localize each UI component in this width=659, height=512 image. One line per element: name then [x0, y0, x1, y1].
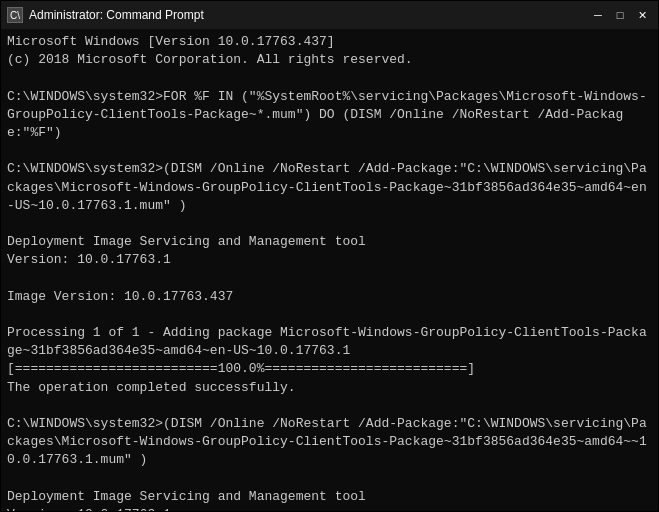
app-icon: C\: [7, 7, 23, 23]
maximize-button[interactable]: □: [610, 6, 630, 24]
title-bar: C\ Administrator: Command Prompt ─ □ ✕: [1, 1, 658, 29]
console-output: Microsoft Windows [Version 10.0.17763.43…: [1, 29, 658, 511]
command-prompt-window: C\ Administrator: Command Prompt ─ □ ✕ M…: [0, 0, 659, 512]
title-bar-left: C\ Administrator: Command Prompt: [7, 7, 204, 23]
close-button[interactable]: ✕: [632, 6, 652, 24]
window-title: Administrator: Command Prompt: [29, 8, 204, 22]
title-bar-controls: ─ □ ✕: [588, 6, 652, 24]
minimize-button[interactable]: ─: [588, 6, 608, 24]
